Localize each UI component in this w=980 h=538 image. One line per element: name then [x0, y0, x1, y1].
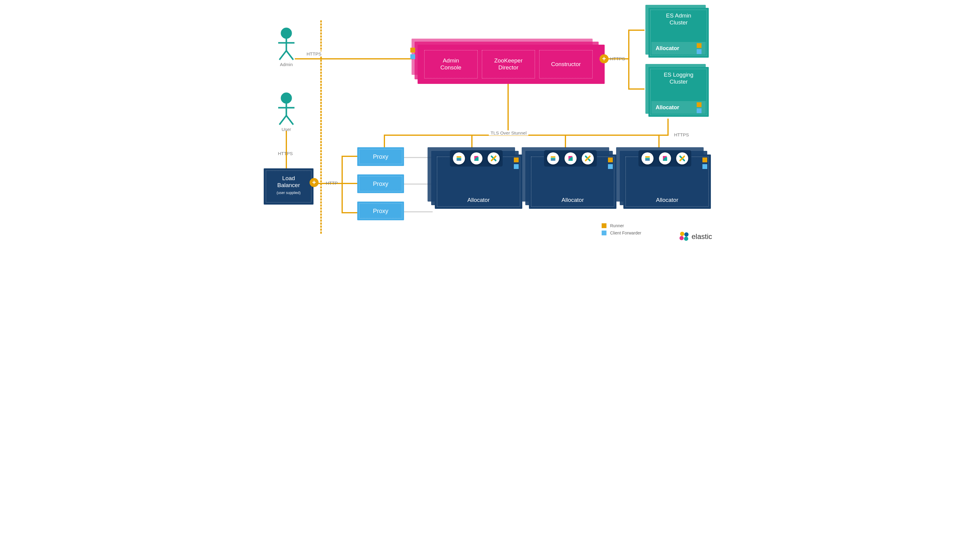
runner-square-icon [410, 48, 415, 53]
svg-rect-39 [550, 158, 555, 159]
cross-icon [676, 152, 688, 164]
runner-square-icon [697, 43, 702, 48]
es-logging-alloc-label: Allocator [655, 104, 679, 111]
allocator-1-label: Allocator [435, 197, 522, 204]
elastic-mark-icon [679, 232, 689, 241]
plus-badge-ctrl: + [600, 54, 609, 64]
zookeeper-director-cell: ZooKeeperDirector [482, 50, 535, 78]
kibana-icon [565, 152, 577, 164]
runner-square-icon [697, 102, 702, 107]
proxy-1-label: Proxy [373, 153, 388, 160]
cross-icon [582, 152, 594, 164]
proxy-2-label: Proxy [373, 180, 388, 187]
svg-line-31 [286, 116, 293, 125]
protocol-admin: HTTPS [305, 51, 323, 56]
forwarder-square-icon [697, 108, 702, 113]
protocol-tls-bus: TLS Over Stunnel [489, 131, 528, 135]
protocol-ctrl-clusters: HTTPS [610, 56, 625, 61]
forwarder-square-icon [697, 49, 702, 54]
svg-line-25 [279, 51, 286, 60]
elasticsearch-icon [547, 152, 559, 164]
user-label: User [277, 127, 296, 132]
allocator-2-label: Allocator [529, 197, 616, 204]
lb-title-1: Load [282, 175, 295, 181]
elasticsearch-icon [641, 152, 654, 164]
svg-rect-40 [550, 159, 555, 161]
runner-square-icon [514, 158, 519, 162]
proxy-1: Proxy [357, 147, 404, 166]
cross-icon [488, 152, 500, 164]
forwarder-square-icon [702, 164, 707, 169]
forwarder-square-icon [514, 164, 519, 169]
load-balancer: LoadBalancer (user supplied) [264, 169, 313, 205]
constructor-cell: Constructor [539, 50, 593, 78]
svg-rect-46 [645, 159, 650, 161]
svg-line-30 [279, 116, 286, 125]
admin-console-cell: AdminConsole [424, 50, 477, 78]
plus-badge-lb: + [310, 178, 319, 187]
forwarder-square-icon [410, 54, 415, 59]
product-icon-strip [450, 150, 503, 167]
svg-point-22 [281, 28, 292, 39]
lb-title-2: Balancer [277, 182, 300, 188]
svg-rect-32 [457, 156, 461, 158]
svg-rect-45 [645, 158, 650, 159]
product-icon-strip [638, 150, 691, 167]
svg-line-26 [286, 51, 293, 60]
runner-swatch-icon [601, 223, 606, 228]
protocol-lb-proxy: HTTP [326, 180, 337, 186]
protocol-clusters-alloc: HTTPS [674, 132, 689, 137]
kibana-icon [470, 152, 482, 164]
admin-label: Admin [275, 62, 298, 67]
elastic-brand-text: elastic [692, 232, 712, 241]
svg-point-27 [281, 92, 292, 103]
svg-rect-33 [457, 158, 461, 159]
legend-runner: Runner [610, 223, 624, 228]
runner-square-icon [702, 158, 707, 162]
svg-rect-34 [457, 159, 461, 161]
kibana-icon [659, 152, 671, 164]
proxy-3: Proxy [357, 202, 404, 220]
legend: Runner Client Forwarder [601, 223, 641, 238]
svg-rect-38 [550, 156, 555, 158]
elastic-logo: elastic [679, 232, 712, 241]
product-icon-strip [544, 150, 597, 167]
elasticsearch-icon [453, 152, 465, 164]
proxy-3-label: Proxy [373, 208, 388, 215]
forwarder-square-icon [608, 164, 613, 169]
es-admin-alloc-label: Allocator [655, 45, 679, 52]
svg-rect-44 [645, 156, 650, 158]
architecture-diagram: Admin User HTTPS HTTPS HTTP TLS Over Stu… [261, 0, 719, 247]
proxy-2: Proxy [357, 174, 404, 193]
protocol-user: HTTPS [278, 151, 293, 156]
forwarder-swatch-icon [601, 231, 606, 236]
admin-actor-icon [276, 27, 297, 60]
lb-sub: (user supplied) [264, 191, 313, 195]
user-actor-icon [276, 92, 297, 125]
runner-square-icon [608, 158, 613, 162]
allocator-3-label: Allocator [624, 197, 711, 204]
legend-forwarder: Client Forwarder [610, 231, 641, 236]
